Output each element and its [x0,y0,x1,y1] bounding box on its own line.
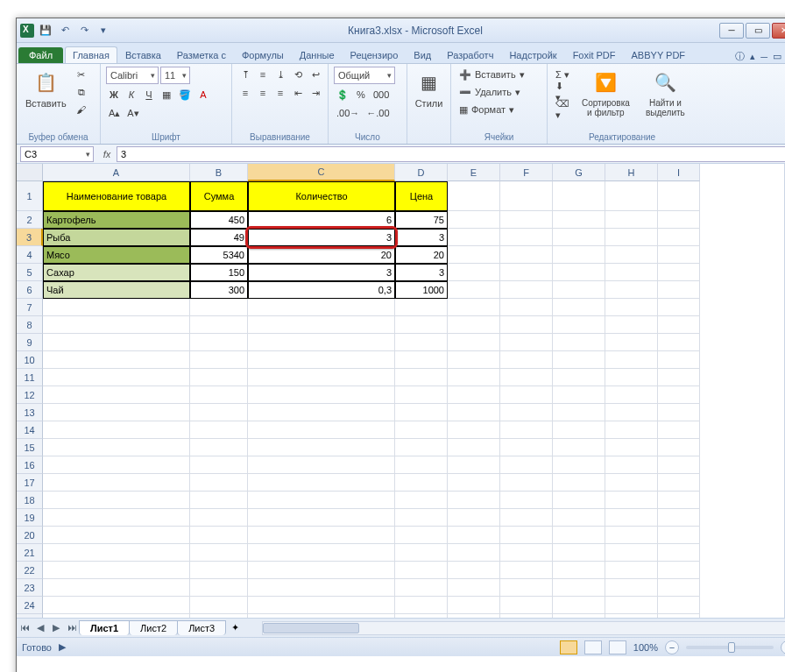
cell-D6[interactable]: 1000 [395,281,448,299]
cell-I23[interactable] [658,579,700,597]
cell-I17[interactable] [658,474,700,492]
cell-C20[interactable] [248,527,395,544]
cell-E2[interactable] [448,211,500,229]
row-header-20[interactable]: 20 [17,527,43,544]
cell-E12[interactable] [448,386,500,404]
cell-D11[interactable] [395,369,448,386]
row-header-16[interactable]: 16 [17,456,43,474]
cell-I4[interactable] [658,246,700,264]
cell-G6[interactable] [553,281,605,299]
cell-F7[interactable] [500,299,553,316]
cell-D8[interactable] [395,316,448,334]
cell-I3[interactable] [658,229,700,246]
cell-D1[interactable]: Цена [395,181,448,211]
cell-A22[interactable] [43,562,190,579]
cell-I19[interactable] [658,509,700,527]
row-header-12[interactable]: 12 [17,386,43,404]
cell-E22[interactable] [448,562,500,579]
minimize-button[interactable]: ─ [719,23,744,39]
cell-I24[interactable] [658,597,700,614]
cell-E4[interactable] [448,246,500,264]
zoom-out-button[interactable]: − [665,640,679,654]
cell-D24[interactable] [395,597,448,614]
sheet-nav-first[interactable]: ⏮ [17,622,32,633]
cell-B22[interactable] [190,562,248,579]
cell-H13[interactable] [605,404,658,421]
zoom-in-button[interactable]: + [781,640,785,654]
doc-restore-icon[interactable]: ▭ [773,51,781,62]
col-header-C[interactable]: C [248,164,395,181]
cell-H4[interactable] [605,246,658,264]
zoom-thumb[interactable] [728,642,735,653]
cell-E18[interactable] [448,492,500,509]
cell-G15[interactable] [553,439,605,456]
row-header-9[interactable]: 9 [17,334,43,351]
cell-C13[interactable] [248,404,395,421]
row-header-3[interactable]: 3 [17,229,43,246]
zoom-slider[interactable] [686,646,774,649]
cell-D20[interactable] [395,527,448,544]
cell-I22[interactable] [658,562,700,579]
cell-F18[interactable] [500,492,553,509]
cell-F22[interactable] [500,562,553,579]
cell-G16[interactable] [553,456,605,474]
cell-A19[interactable] [43,509,190,527]
row-header-13[interactable]: 13 [17,404,43,421]
cell-C14[interactable] [248,421,395,439]
cell-F14[interactable] [500,421,553,439]
ribbon-tab-7[interactable]: Разработч [439,46,501,63]
cell-I11[interactable] [658,369,700,386]
cell-C1[interactable]: Количество [248,181,395,211]
cell-B1[interactable]: Сумма [190,181,248,211]
ribbon-tab-1[interactable]: Вставка [117,46,169,63]
cell-I20[interactable] [658,527,700,544]
cell-H10[interactable] [605,351,658,369]
cell-H11[interactable] [605,369,658,386]
cell-A8[interactable] [43,316,190,334]
align-right-button[interactable]: ≡ [272,85,288,101]
cell-C10[interactable] [248,351,395,369]
cell-C9[interactable] [248,334,395,351]
ribbon-tab-8[interactable]: Надстройк [501,46,564,63]
cell-E21[interactable] [448,544,500,562]
align-top-button[interactable]: ⤒ [237,67,253,82]
ribbon-minimize-icon[interactable]: ▴ [750,51,755,62]
currency-button[interactable]: 💲 [334,87,351,103]
col-header-E[interactable]: E [448,164,500,181]
cell-F2[interactable] [500,211,553,229]
page-layout-view-button[interactable] [584,640,602,654]
cell-G23[interactable] [553,579,605,597]
cell-B21[interactable] [190,544,248,562]
cell-E25[interactable] [448,614,500,618]
cell-A10[interactable] [43,351,190,369]
cell-F15[interactable] [500,439,553,456]
cell-E11[interactable] [448,369,500,386]
cell-H9[interactable] [605,334,658,351]
cell-B6[interactable]: 300 [190,281,248,299]
cell-A21[interactable] [43,544,190,562]
cell-D21[interactable] [395,544,448,562]
cell-B18[interactable] [190,492,248,509]
cell-D2[interactable]: 75 [395,211,448,229]
bold-button[interactable]: Ж [106,87,122,103]
insert-cells-button[interactable]: ➕ Вставить ▾ [456,67,527,82]
cell-C4[interactable]: 20 [248,246,395,264]
format-painter-button[interactable]: 🖌 [74,102,89,117]
increase-indent-button[interactable]: ⇥ [308,85,323,101]
cell-A17[interactable] [43,474,190,492]
cell-F8[interactable] [500,316,553,334]
comma-button[interactable]: 000 [371,87,392,103]
cell-D14[interactable] [395,421,448,439]
cell-F1[interactable] [500,181,553,211]
col-header-H[interactable]: H [605,164,658,181]
cell-E19[interactable] [448,509,500,527]
cell-B25[interactable] [190,614,248,618]
percent-button[interactable]: % [353,87,369,103]
cell-D9[interactable] [395,334,448,351]
formula-input[interactable]: 3 [117,146,785,162]
cell-A4[interactable]: Мясо [43,246,190,264]
row-header-8[interactable]: 8 [17,316,43,334]
cell-A14[interactable] [43,421,190,439]
cell-C16[interactable] [248,456,395,474]
cell-I21[interactable] [658,544,700,562]
